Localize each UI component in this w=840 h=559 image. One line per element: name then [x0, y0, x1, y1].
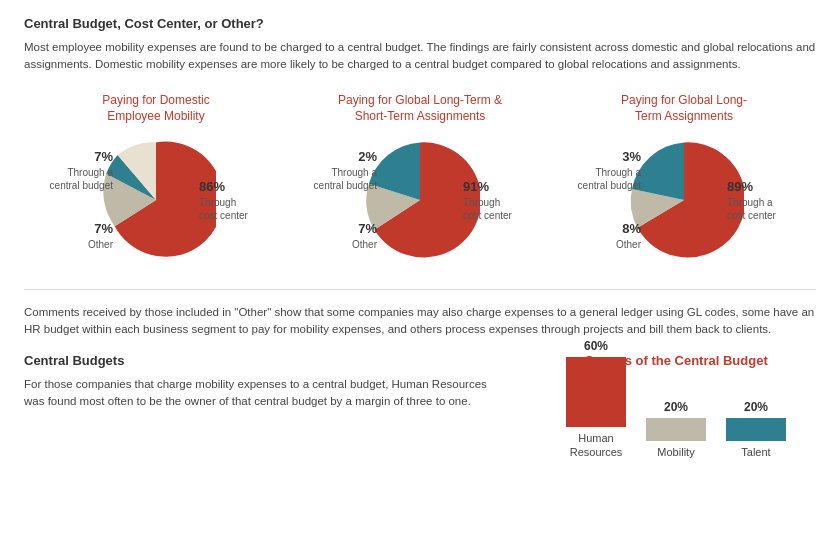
chart-domestic-area: 7% Through acentral budget 7% Other: [46, 135, 266, 265]
bar-hr: [566, 357, 626, 427]
chart-global-lt-area: 3% Through acentral budget 8% Other: [574, 135, 794, 265]
bar-group-hr: 60% HumanResources: [566, 339, 626, 460]
bar-pct-mobility: 20%: [664, 400, 688, 414]
chart-global-lt-st-title: Paying for Global Long-Term &Short-Term …: [338, 92, 502, 126]
label-global-lt-st-cost-center: 91% Throughcost center: [463, 179, 512, 222]
label-domestic-central: 7% Through acentral budget: [50, 149, 113, 192]
chart-domestic: Paying for DomesticEmployee Mobility 7% …: [26, 92, 286, 266]
chart-domestic-left-labels: 7% Through acentral budget 7% Other: [46, 135, 121, 265]
label-global-lt-st-other: 7% Other: [352, 221, 377, 251]
central-budgets-title: Central Budgets: [24, 353, 506, 368]
chart-global-lt-title: Paying for Global Long-Term Assignments: [621, 92, 747, 126]
bar-group-mobility: 20% Mobility: [646, 400, 706, 459]
page-content: Central Budget, Cost Center, or Other? M…: [0, 0, 840, 482]
chart-global-lt-st-left-labels: 2% Through acentral budget 7% Other: [310, 135, 385, 265]
comments-section: Comments received by those included in "…: [24, 289, 816, 339]
chart-domestic-right-labels: 86% Throughcost center: [191, 135, 266, 265]
intro-text: Most employee mobility expenses are foun…: [24, 39, 816, 74]
bar-mobility: [646, 418, 706, 441]
bar-label-mobility: Mobility: [657, 445, 694, 459]
central-budgets-text: For those companies that charge mobility…: [24, 376, 506, 411]
charts-row: Paying for DomesticEmployee Mobility 7% …: [24, 92, 816, 266]
bar-chart: 60% HumanResources 20% Mobility 20% Tale…: [536, 380, 816, 460]
chart-global-lt: Paying for Global Long-Term Assignments …: [554, 92, 814, 266]
chart-domestic-title: Paying for DomesticEmployee Mobility: [102, 92, 209, 126]
bar-group-talent: 20% Talent: [726, 400, 786, 459]
label-global-lt-central: 3% Through acentral budget: [578, 149, 641, 192]
owners-section: Owners of the Central Budget 60% HumanRe…: [536, 353, 816, 466]
comments-text: Comments received by those included in "…: [24, 304, 816, 339]
chart-global-lt-left-labels: 3% Through acentral budget 8% Other: [574, 135, 649, 265]
chart-global-lt-right-labels: 89% Through acost center: [719, 135, 794, 265]
bar-label-hr: HumanResources: [570, 431, 623, 460]
label-global-lt-st-central: 2% Through acentral budget: [314, 149, 377, 192]
bar-talent: [726, 418, 786, 441]
chart-global-lt-st: Paying for Global Long-Term &Short-Term …: [290, 92, 550, 266]
chart-global-lt-st-area: 2% Through acentral budget 7% Other: [310, 135, 530, 265]
label-global-lt-other: 8% Other: [616, 221, 641, 251]
bottom-row: Central Budgets For those companies that…: [24, 353, 816, 466]
bar-pct-hr: 60%: [584, 339, 608, 353]
label-global-lt-cost-center: 89% Through acost center: [727, 179, 776, 222]
chart-global-lt-st-right-labels: 91% Throughcost center: [455, 135, 530, 265]
central-budgets: Central Budgets For those companies that…: [24, 353, 506, 411]
bar-label-talent: Talent: [741, 445, 770, 459]
bar-pct-talent: 20%: [744, 400, 768, 414]
label-domestic-other: 7% Other: [88, 221, 113, 251]
label-domestic-cost-center: 86% Throughcost center: [199, 179, 248, 222]
section-title: Central Budget, Cost Center, or Other?: [24, 16, 816, 31]
